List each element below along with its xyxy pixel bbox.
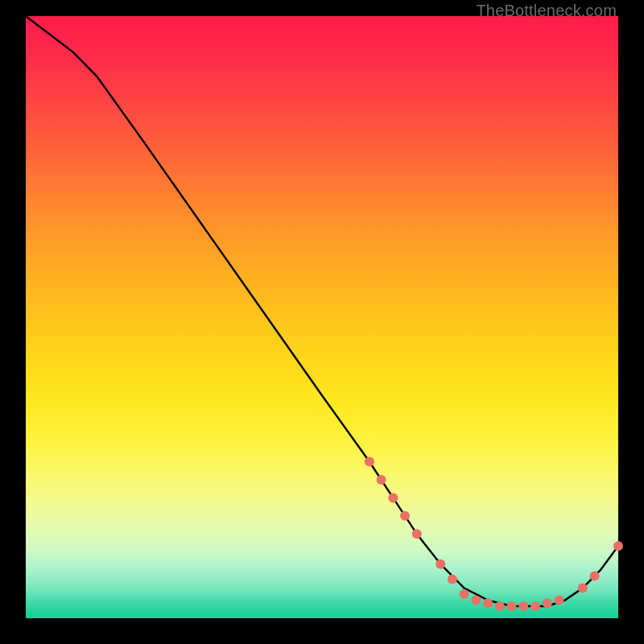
data-point bbox=[590, 572, 600, 581]
data-point bbox=[483, 598, 493, 608]
curve-markers bbox=[365, 457, 623, 612]
data-point bbox=[448, 574, 457, 584]
data-point bbox=[518, 601, 528, 611]
data-point bbox=[365, 457, 374, 467]
data-point bbox=[578, 584, 588, 593]
data-point bbox=[377, 475, 386, 485]
data-point bbox=[507, 601, 517, 611]
data-point bbox=[412, 529, 422, 539]
watermark-text: TheBottleneck.com bbox=[476, 2, 617, 20]
data-point bbox=[471, 596, 481, 605]
data-point bbox=[530, 601, 540, 611]
data-point bbox=[554, 596, 564, 605]
bottleneck-curve bbox=[26, 16, 618, 606]
chart-frame: TheBottleneck.com bbox=[0, 0, 644, 644]
data-point bbox=[400, 511, 410, 521]
data-point bbox=[460, 589, 469, 599]
data-point bbox=[495, 601, 505, 611]
data-point bbox=[388, 493, 398, 502]
data-point bbox=[613, 541, 623, 551]
plot-area bbox=[26, 16, 618, 618]
bottleneck-curve-svg bbox=[26, 16, 618, 618]
data-point bbox=[543, 598, 552, 608]
data-point bbox=[436, 559, 445, 569]
